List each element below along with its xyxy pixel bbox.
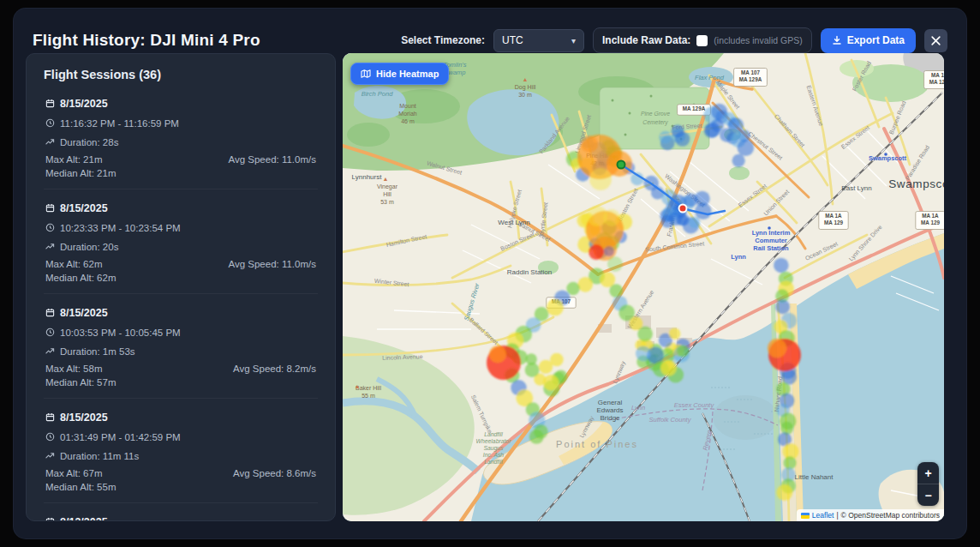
zoom-out-button[interactable]: − — [917, 484, 939, 506]
export-data-button[interactable]: Export Data — [821, 28, 916, 53]
close-button[interactable] — [924, 29, 947, 52]
flight-session-card[interactable]: 8/15/202501:31:49 PM - 01:42:59 PMDurati… — [44, 398, 318, 502]
map-label: Moriah — [398, 111, 417, 117]
map-label: East Lynn — [841, 184, 871, 192]
clock-icon-wrap — [45, 220, 55, 236]
map[interactable]: Tomlin'sSwampBirch PondMountMoriah46 mDo… — [343, 53, 944, 521]
clock-icon — [45, 118, 55, 128]
calendar-icon — [45, 412, 55, 422]
map-attribution: Leaflet | © OpenStreetMap contributors — [797, 509, 944, 521]
heat-dot — [637, 327, 653, 342]
page-title: Flight History: DJI Mini 4 Pro — [33, 31, 260, 50]
heat-dot — [677, 345, 689, 357]
map-label: Lynn — [731, 253, 746, 261]
map-label: Rail Station — [753, 244, 789, 252]
heat-dot — [589, 244, 604, 260]
clock-icon — [45, 432, 55, 442]
trend-icon-wrap — [45, 344, 55, 359]
ukraine-flag-icon — [801, 513, 810, 519]
download-icon — [832, 35, 842, 45]
trend-icon — [45, 451, 55, 460]
session-avg-speed: Avg Speed: 8.6m/s — [233, 468, 316, 478]
end-marker[interactable] — [679, 205, 687, 213]
map-label: Bridge — [600, 414, 620, 422]
heat-dot — [566, 282, 579, 295]
session-date: 8/15/2025 — [60, 202, 108, 214]
map-label: General — [598, 399, 623, 406]
flight-session-card[interactable]: 8/15/202510:03:53 PM - 10:05:45 PMDurati… — [44, 293, 318, 398]
session-duration: Duration: 1m 53s — [60, 346, 135, 357]
trend-icon — [45, 137, 55, 147]
map-zoom-control: + − — [917, 462, 939, 506]
map-label: Raddin Station — [507, 268, 552, 276]
session-avg-speed: Avg Speed: 11.0m/s — [228, 259, 316, 269]
timezone-label: Select Timezone: — [401, 34, 485, 46]
timezone-select[interactable]: UTC ▾ — [493, 29, 584, 52]
flight-session-card[interactable]: 8/13/202506:21:44 PM - 06:22:54 PMDurati… — [44, 502, 318, 521]
trend-icon-wrap — [45, 448, 55, 464]
svg-text:MA 129A: MA 129A — [739, 76, 762, 82]
trend-icon — [45, 346, 55, 356]
start-marker[interactable] — [618, 161, 625, 169]
heat-dot — [675, 131, 690, 147]
hide-heatmap-button[interactable]: Hide Heatmap — [350, 63, 449, 85]
route-badge: MA 107MA 129A — [734, 69, 768, 87]
session-duration: Duration: 20s — [60, 242, 118, 252]
sessions-panel: Flight Sessions (36) 8/15/202511:16:32 P… — [26, 53, 336, 521]
flight-session-card[interactable]: 8/15/202511:16:32 PM - 11:16:59 PMDurati… — [44, 85, 318, 189]
heat-dot — [776, 484, 792, 501]
map-label: Dog Hill — [515, 84, 536, 91]
map-label: Mount — [399, 103, 416, 109]
map-label: Essex County — [674, 401, 715, 409]
map-label: Point of Pines — [556, 439, 638, 449]
map-label: 53 m — [380, 199, 394, 205]
heat-dot — [684, 193, 698, 207]
calendar-icon — [45, 99, 55, 108]
heat-dot — [660, 360, 677, 376]
map-label: Birch Pond — [362, 90, 394, 98]
sessions-title: Flight Sessions (36) — [44, 68, 318, 81]
raw-data-checkbox[interactable] — [696, 35, 708, 46]
heat-dot — [711, 119, 724, 132]
session-duration: Duration: 11m 11s — [60, 451, 139, 461]
screen: Flight History: DJI Mini 4 Pro Select Ti… — [0, 0, 980, 547]
clock-icon-wrap — [45, 430, 55, 445]
zoom-in-button[interactable]: + — [917, 462, 939, 484]
heat-dot — [609, 284, 623, 298]
calendar-icon — [45, 517, 55, 521]
svg-text:MA 1A: MA 1A — [825, 213, 842, 219]
svg-text:MA 129: MA 129 — [921, 219, 940, 225]
map-label: ▲ — [383, 176, 389, 182]
raw-data-label: Include Raw Data: — [602, 34, 690, 46]
route-badge: MA 1AMA 129 — [819, 212, 848, 230]
svg-text:MA 129A: MA 129A — [929, 79, 944, 85]
header-controls: Select Timezone: UTC ▾ Include Raw Data:… — [401, 27, 947, 53]
map-label: Landfill — [484, 431, 503, 437]
flight-session-card[interactable]: 8/15/202510:23:33 PM - 10:23:54 PMDurati… — [44, 189, 318, 293]
map-label: ▲ — [355, 383, 361, 389]
map-label: Lynn Interim — [752, 229, 791, 237]
leaflet-link[interactable]: Leaflet — [812, 511, 834, 520]
map-label: Pine Grove — [641, 111, 670, 117]
heat-dot — [661, 214, 675, 228]
heat-dot — [774, 258, 788, 273]
map-label: 55 m — [362, 393, 375, 399]
heat-dot — [603, 209, 620, 226]
trend-icon-wrap — [45, 135, 55, 150]
heat-dot — [604, 246, 614, 256]
svg-text:MA 107: MA 107 — [931, 72, 944, 78]
session-date: 8/15/2025 — [60, 307, 108, 319]
timezone-value: UTC — [502, 34, 523, 46]
map-label: Edwards — [596, 406, 623, 414]
heat-dot — [529, 430, 544, 444]
heat-dot — [525, 363, 540, 377]
trend-icon — [45, 242, 55, 251]
flight-history-modal: Flight History: DJI Mini 4 Pro Select Ti… — [14, 9, 966, 538]
map-label: Lynn — [631, 404, 645, 412]
map-label: Commuter — [755, 237, 787, 244]
heat-dot — [577, 277, 593, 292]
heat-dot — [489, 346, 506, 363]
clock-icon — [45, 328, 55, 337]
calendar-icon-wrap — [45, 305, 55, 321]
session-median-alt: Median Alt: 62m — [45, 273, 116, 283]
